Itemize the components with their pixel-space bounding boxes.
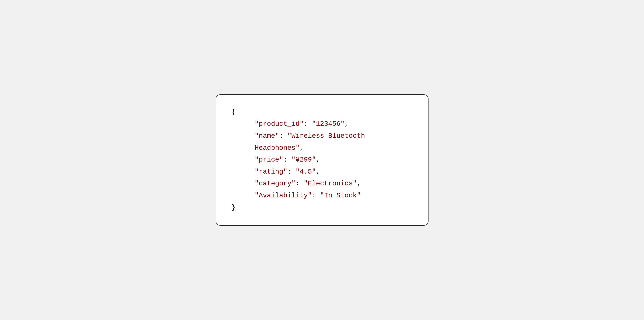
json-field-2: "price": "¥299", [232, 154, 413, 166]
json-colon-0: : [304, 120, 312, 128]
json-colon-5: : [312, 192, 320, 200]
json-field-5: "Availability": "In Stock" [232, 190, 413, 202]
json-field-4: "category": "Electronics", [232, 178, 413, 190]
json-value-0: "123456" [312, 120, 344, 128]
json-field-1: "name": "Wireless Bluetooth Headphones", [232, 130, 413, 154]
json-colon-3: : [287, 168, 296, 176]
json-key-5: "Availability" [255, 192, 312, 200]
json-field-0: "product_id": "123456", [232, 118, 413, 130]
json-card: { "product_id": "123456","name": "Wirele… [216, 94, 428, 226]
json-key-2: "price" [255, 156, 284, 164]
json-key-3: "rating" [255, 168, 288, 176]
json-comma-3: , [316, 168, 320, 176]
json-colon-1: : [279, 132, 287, 140]
json-content: { "product_id": "123456","name": "Wirele… [232, 106, 413, 214]
json-field-3: "rating": "4.5", [232, 166, 413, 178]
json-comma-0: , [344, 120, 348, 128]
close-bracket: } [232, 204, 236, 212]
json-value-2: "¥299" [292, 156, 316, 164]
json-comma-4: , [357, 180, 361, 188]
json-colon-4: : [296, 180, 304, 188]
open-bracket: { [232, 108, 236, 116]
json-comma-1: , [300, 144, 304, 152]
json-colon-2: : [283, 156, 291, 164]
json-value-4: "Electronics" [304, 180, 357, 188]
json-value-5: "In Stock" [320, 192, 361, 200]
json-key-0: "product_id" [255, 120, 304, 128]
json-comma-2: , [316, 156, 320, 164]
json-key-1: "name" [255, 132, 279, 140]
json-value-3: "4.5" [296, 168, 316, 176]
json-key-4: "category" [255, 180, 296, 188]
